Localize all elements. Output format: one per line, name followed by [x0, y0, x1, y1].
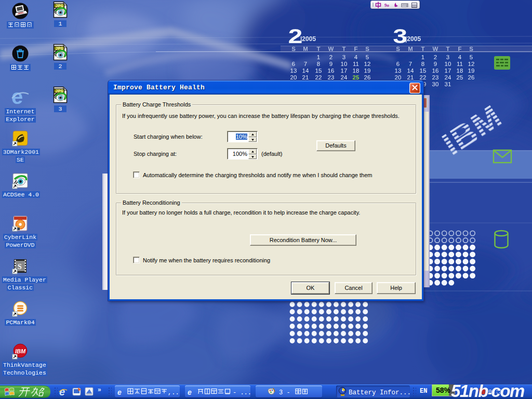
svg-text:19: 19: [468, 68, 475, 74]
svg-text:7: 7: [304, 61, 307, 67]
svg-text:|2005: |2005: [300, 35, 316, 43]
svg-text:8: 8: [421, 61, 424, 67]
svg-text:T: T: [342, 46, 345, 52]
svg-text:- ...: - ...: [233, 389, 250, 396]
svg-text:5: 5: [470, 54, 473, 60]
svg-text:15: 15: [420, 68, 427, 74]
svg-text:17: 17: [445, 68, 451, 74]
svg-text:12: 12: [468, 61, 475, 67]
svg-text:»: »: [98, 386, 101, 393]
svg-text:e: e: [117, 388, 122, 396]
svg-text:24: 24: [341, 74, 348, 81]
svg-text:9o: 9o: [384, 3, 390, 8]
svg-text:6: 6: [292, 61, 295, 67]
svg-text:|2005: |2005: [405, 35, 421, 43]
svg-text:S: S: [291, 46, 296, 52]
svg-text:25: 25: [457, 74, 463, 81]
svg-text:20: 20: [395, 74, 402, 81]
svg-text:10: 10: [341, 61, 348, 67]
svg-text:22: 22: [420, 74, 427, 81]
svg-text:4: 4: [458, 54, 462, 60]
svg-text:18: 18: [457, 68, 463, 74]
svg-text:11: 11: [353, 61, 359, 67]
svg-text:31: 31: [445, 81, 451, 87]
svg-text:23: 23: [328, 74, 335, 81]
svg-text:15: 15: [315, 68, 322, 74]
svg-text:e: e: [59, 386, 65, 397]
svg-text:,..: ,..: [168, 389, 179, 396]
svg-text:T: T: [316, 46, 320, 52]
svg-text:12: 12: [364, 61, 371, 67]
svg-text:19: 19: [364, 68, 371, 74]
svg-text:F: F: [354, 46, 357, 52]
svg-text:16: 16: [432, 68, 439, 74]
svg-text:9: 9: [329, 61, 332, 67]
svg-text:M: M: [303, 46, 308, 52]
svg-text:24: 24: [445, 74, 451, 81]
svg-text:14: 14: [302, 68, 309, 74]
svg-text:16: 16: [328, 68, 335, 74]
svg-text:6: 6: [396, 61, 400, 67]
svg-text:M: M: [408, 46, 413, 52]
svg-text:2: 2: [329, 54, 332, 60]
svg-text:3: 3: [342, 54, 345, 60]
svg-text:S: S: [365, 46, 369, 52]
svg-text:17: 17: [341, 68, 348, 74]
svg-text:14: 14: [407, 68, 414, 74]
svg-text:T: T: [446, 46, 449, 52]
svg-text:5: 5: [366, 54, 369, 60]
svg-text:e: e: [188, 388, 192, 396]
svg-text:S: S: [469, 46, 473, 52]
svg-text:23: 23: [432, 74, 439, 81]
svg-text:26: 26: [468, 74, 475, 81]
svg-text:26: 26: [364, 74, 371, 81]
svg-text:4: 4: [354, 54, 358, 60]
svg-text:Battery Infor...: Battery Infor...: [349, 389, 410, 396]
svg-text:21: 21: [302, 74, 309, 81]
svg-text:IBM: IBM: [15, 348, 26, 354]
svg-text:3 -: 3 -: [279, 389, 290, 396]
svg-text:9: 9: [434, 61, 437, 67]
svg-text:W: W: [433, 46, 438, 52]
svg-text:22: 22: [315, 74, 322, 81]
svg-text:13: 13: [395, 68, 402, 74]
svg-text:11: 11: [457, 61, 463, 67]
svg-text:25: 25: [353, 74, 360, 81]
svg-text:S: S: [396, 46, 400, 52]
svg-text:18: 18: [353, 68, 360, 74]
svg-text:7: 7: [409, 61, 412, 67]
svg-text:T: T: [421, 46, 424, 52]
svg-text:1: 1: [317, 54, 320, 60]
svg-text:21: 21: [407, 74, 414, 81]
svg-text:W: W: [328, 46, 334, 52]
svg-text:3: 3: [446, 54, 449, 60]
svg-text:S: S: [18, 263, 22, 271]
svg-text:10: 10: [445, 61, 451, 67]
svg-text:20: 20: [290, 74, 297, 81]
svg-text:30: 30: [432, 81, 439, 87]
svg-text:F: F: [458, 46, 461, 52]
svg-text:8: 8: [317, 61, 320, 67]
svg-text:2: 2: [434, 54, 437, 60]
svg-text:1: 1: [421, 54, 424, 60]
svg-text:13: 13: [290, 68, 297, 74]
